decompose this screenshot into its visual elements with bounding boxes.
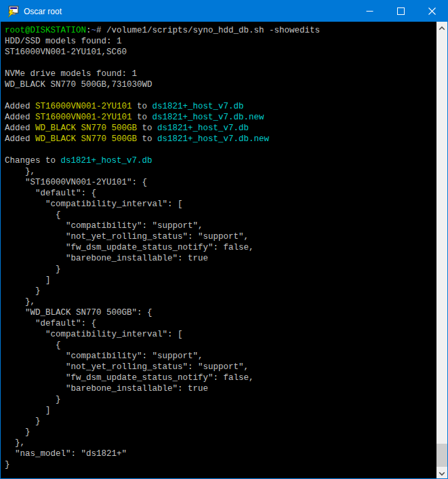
terminal-text-segment: }: [5, 265, 61, 274]
terminal-line: "default": {: [5, 188, 436, 199]
terminal-line: },: [5, 166, 436, 177]
terminal-text-segment: to: [137, 123, 157, 133]
terminal-text-segment: "not_yet_rolling_status": "support",: [5, 232, 249, 242]
scrollbar[interactable]: [436, 22, 447, 478]
terminal-text-segment: ST16000VN001-2YU101,SC60: [5, 47, 127, 57]
terminal-line: "barebone_installable": true: [5, 253, 436, 264]
terminal-text-segment: ST16000VN001-2YU101: [35, 102, 132, 111]
terminal-text-segment: "ST16000VN001-2YU101": {: [5, 178, 147, 187]
terminal-line: "default": {: [5, 318, 436, 329]
terminal-text-segment: "default": {: [5, 319, 96, 328]
terminal-text-segment: ]: [5, 406, 51, 415]
terminal-text-segment: "fw_dsm_update_status_notify": false,: [5, 243, 254, 252]
terminal-line: [5, 145, 436, 155]
title-bar[interactable]: Oscar root: [1, 1, 447, 22]
terminal-line: }: [5, 286, 436, 296]
terminal-text-segment: ds1821+_host_v7.db.new: [157, 134, 269, 144]
terminal-text-segment: "barebone_installable": true: [5, 384, 208, 394]
maximize-button[interactable]: [385, 1, 416, 22]
terminal-text-segment: Changes to: [5, 156, 61, 166]
terminal-line: "compatibility_interval": [: [5, 199, 436, 210]
terminal-line: Added ST16000VN001-2YU101 to ds1821+_hos…: [5, 112, 436, 123]
window-title: Oscar root: [24, 7, 62, 16]
terminal-text-segment: },: [5, 297, 35, 307]
terminal-text-segment: }: [5, 460, 10, 470]
terminal-line: [5, 58, 436, 69]
terminal-line: ]: [5, 405, 436, 416]
terminal-text-segment: }: [5, 286, 41, 296]
terminal-text-segment: "compatibility_interval": [: [5, 199, 183, 209]
terminal-text-segment: :: [86, 26, 91, 35]
terminal-text-segment: WD_BLACK SN770 500GB,731030WD: [5, 80, 152, 90]
chevron-down-icon: [439, 467, 445, 479]
terminal-text-segment: "default": {: [5, 189, 96, 198]
terminal-text-segment: {: [5, 210, 61, 220]
terminal-text-segment: HDD/SSD models found: 1: [5, 37, 122, 46]
terminal-line: "compatibility": "support",: [5, 351, 436, 362]
terminal-output[interactable]: root@DISKSTATION:~# /volume1/scripts/syn…: [1, 22, 436, 478]
terminal-line: "not_yet_rolling_status": "support",: [5, 231, 436, 242]
terminal-text-segment: "compatibility": "support",: [5, 221, 203, 231]
terminal-line: Changes to ds1821+_host_v7.db: [5, 155, 436, 166]
close-button[interactable]: [416, 1, 447, 22]
scroll-up-button[interactable]: [436, 22, 447, 33]
terminal-text-segment: Added: [5, 134, 35, 144]
terminal-line: }: [5, 394, 436, 405]
terminal-line: "not_yet_rolling_status": "support",: [5, 362, 436, 372]
terminal-line: },: [5, 296, 436, 307]
terminal-line: "fw_dsm_update_status_notify": false,: [5, 242, 436, 253]
terminal-line: Added WD_BLACK SN770 500GB to ds1821+_ho…: [5, 134, 436, 145]
minimize-icon: [366, 5, 373, 18]
terminal-line: {: [5, 340, 436, 351]
scroll-down-button[interactable]: [436, 467, 447, 478]
terminal-text-segment: NVMe drive models found: 1: [5, 69, 137, 79]
terminal-line: HDD/SSD models found: 1: [5, 36, 436, 47]
terminal-line: root@DISKSTATION:~# /volume1/scripts/syn…: [5, 25, 436, 36]
scrollbar-thumb[interactable]: [436, 444, 447, 467]
terminal-text-segment: # /volume1/scripts/syno_hdd_db.sh -showe…: [96, 26, 320, 35]
terminal-text-segment: root@DISKSTATION: [5, 26, 86, 35]
chevron-up-icon: [439, 22, 445, 34]
terminal-text-segment: ds1821+_host_v7.db: [157, 123, 249, 133]
terminal-line: },: [5, 438, 436, 448]
terminal-text-segment: {: [5, 341, 61, 350]
terminal-line: Added WD_BLACK SN770 500GB to ds1821+_ho…: [5, 123, 436, 134]
terminal-text-segment: "compatibility": "support",: [5, 351, 203, 361]
putty-window: Oscar root root@DI: [0, 0, 448, 479]
terminal-text-segment: WD_BLACK SN770 500GB: [35, 134, 137, 144]
terminal-line: "ST16000VN001-2YU101": {: [5, 177, 436, 188]
minimize-button[interactable]: [354, 1, 385, 22]
terminal-line: "compatibility_interval": [: [5, 329, 436, 340]
terminal-line: "nas_model": "ds1821+": [5, 448, 436, 459]
terminal-text-segment: Added: [5, 113, 35, 122]
terminal-line: WD_BLACK SN770 500GB,731030WD: [5, 79, 436, 90]
terminal-line: "WD_BLACK SN770 500GB": {: [5, 307, 436, 318]
terminal-text-segment: WD_BLACK SN770 500GB: [35, 123, 137, 133]
terminal-line: [5, 90, 436, 101]
terminal-line: }: [5, 264, 436, 275]
terminal-line: ST16000VN001-2YU101,SC60: [5, 47, 436, 58]
terminal-line: ]: [5, 275, 436, 286]
terminal-line: NVMe drive models found: 1: [5, 69, 436, 79]
caption-buttons: [354, 1, 447, 22]
terminal-text-segment: "compatibility_interval": [: [5, 330, 183, 339]
terminal-text-segment: ~: [91, 26, 97, 35]
terminal-text-segment: ds1821+_host_v7.db: [61, 156, 152, 166]
putty-app-icon[interactable]: [7, 5, 19, 18]
terminal-text-segment: ]: [5, 275, 51, 285]
terminal-text-segment: "fw_dsm_update_status_notify": false,: [5, 373, 254, 383]
close-icon: [428, 5, 436, 18]
terminal-line: Added ST16000VN001-2YU101 to ds1821+_hos…: [5, 101, 436, 112]
terminal-text-segment: to: [137, 134, 157, 144]
terminal-line: }: [5, 427, 436, 438]
terminal-line: "barebone_installable": true: [5, 383, 436, 394]
terminal-text-segment: "nas_model": "ds1821+": [5, 449, 127, 459]
terminal-text-segment: ST16000VN001-2YU101: [35, 113, 132, 122]
terminal-line: }: [5, 459, 436, 470]
terminal-text-segment: }: [5, 427, 30, 437]
terminal-text-segment: to: [132, 102, 152, 111]
terminal-text-segment: Added: [5, 102, 35, 111]
terminal-line: "fw_dsm_update_status_notify": false,: [5, 372, 436, 383]
terminal-text-segment: ds1821+_host_v7.db.new: [152, 113, 264, 122]
terminal-text-segment: Added: [5, 123, 35, 133]
